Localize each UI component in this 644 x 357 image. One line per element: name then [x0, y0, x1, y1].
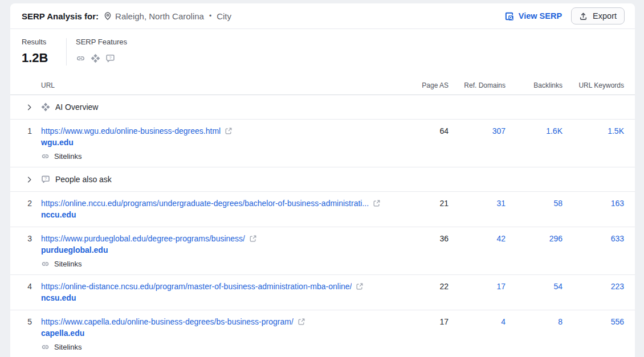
rank: 4	[10, 281, 41, 292]
ref-domains-link[interactable]: 4	[449, 316, 506, 327]
result-domain-link[interactable]: capella.edu	[41, 327, 84, 339]
url-cell: https://www.purdueglobal.edu/degree-prog…	[41, 233, 397, 268]
location-pin-icon	[103, 11, 112, 20]
serp-feature-row-people-also-ask[interactable]: People also ask	[10, 167, 635, 192]
url-keywords-link[interactable]: 1.5K	[563, 125, 624, 137]
results-value: 1.2B	[22, 51, 57, 65]
column-header-ref-domains: Ref. Domains	[449, 81, 506, 89]
column-header-url: URL	[10, 81, 397, 89]
backlinks-link[interactable]: 54	[506, 281, 563, 292]
external-link-icon[interactable]	[356, 282, 364, 290]
result-domain-link[interactable]: purdueglobal.edu	[41, 244, 108, 256]
backlinks-link[interactable]: 1.6K	[506, 125, 563, 137]
result-url-link[interactable]: https://www.purdueglobal.edu/degree-prog…	[41, 233, 245, 244]
page-as-value: 21	[397, 198, 449, 209]
feature-label: AI Overview	[55, 102, 98, 112]
result-url-link[interactable]: https://online.nccu.edu/programs/undergr…	[41, 198, 369, 209]
rank: 2	[10, 198, 41, 209]
ai-overview-icon	[41, 102, 50, 112]
people-also-ask-icon	[41, 175, 50, 184]
view-serp-link[interactable]: View SERP	[504, 11, 562, 21]
url-cell: https://online.nccu.edu/programs/undergr…	[41, 198, 397, 220]
table-header: URL Page AS Ref. Domains Backlinks URL K…	[10, 75, 635, 95]
link-icon	[41, 260, 50, 268]
link-icon	[41, 343, 50, 351]
export-icon	[579, 12, 588, 20]
sitelinks-badge: Sitelinks	[41, 260, 397, 268]
results-label: Results	[22, 38, 57, 47]
serp-features-label: SERP Features	[76, 38, 127, 47]
table-row: 5 https://www.capella.edu/online-busines…	[10, 310, 635, 357]
chevron-right-icon[interactable]	[25, 103, 34, 112]
location-label: Raleigh, North Carolina	[115, 11, 204, 21]
external-link-icon[interactable]	[297, 318, 305, 326]
vertical-divider	[66, 38, 67, 65]
link-icon	[41, 152, 50, 161]
ref-domains-link[interactable]: 307	[449, 125, 506, 137]
sitelinks-badge: Sitelinks	[41, 343, 397, 351]
expand-cell	[10, 103, 41, 112]
backlinks-link[interactable]: 58	[506, 198, 563, 209]
backlinks-link[interactable]: 296	[506, 233, 563, 244]
scope-label: City	[217, 11, 231, 21]
expand-cell	[10, 175, 41, 184]
column-header-url-keywords: URL Keywords	[563, 81, 624, 89]
result-url-link[interactable]: https://online-distance.ncsu.edu/program…	[41, 281, 352, 292]
url-cell: https://www.wgu.edu/online-business-degr…	[41, 125, 397, 161]
feature-label: People also ask	[55, 175, 112, 184]
results-block: Results 1.2B	[22, 38, 57, 65]
external-link-icon[interactable]	[225, 127, 233, 135]
sitelinks-label: Sitelinks	[54, 260, 81, 268]
view-serp-label: View SERP	[519, 11, 562, 20]
page-as-value: 36	[397, 233, 449, 244]
sitelinks-label: Sitelinks	[54, 343, 81, 351]
header-actions: View SERP Export	[504, 7, 625, 24]
table-row: 2 https://online.nccu.edu/programs/under…	[10, 192, 635, 227]
backlinks-link[interactable]: 8	[506, 316, 563, 327]
rank: 5	[10, 316, 41, 327]
url-keywords-link[interactable]: 633	[563, 233, 624, 244]
rank: 3	[10, 233, 41, 244]
rank: 1	[10, 125, 41, 137]
table-row: 3 https://www.purdueglobal.edu/degree-pr…	[10, 227, 635, 275]
result-url-link[interactable]: https://www.capella.edu/online-business-…	[41, 316, 294, 327]
page-title: SERP Analysis for:	[22, 11, 99, 21]
page-as-value: 22	[397, 281, 449, 292]
url-cell: https://online-distance.ncsu.edu/program…	[41, 281, 397, 303]
serp-analysis-card: SERP Analysis for: Raleigh, North Caroli…	[10, 3, 635, 357]
page-as-value: 17	[397, 316, 449, 327]
bullet-separator: •	[209, 12, 211, 20]
ai-overview-icon[interactable]	[91, 54, 100, 63]
serp-feature-row-ai-overview[interactable]: AI Overview	[10, 95, 635, 120]
serp-features-block: SERP Features	[76, 38, 127, 65]
result-domain-link[interactable]: ncsu.edu	[41, 292, 76, 303]
external-link-icon[interactable]	[249, 235, 257, 243]
export-label: Export	[593, 11, 617, 20]
column-header-backlinks: Backlinks	[506, 81, 563, 89]
ref-domains-link[interactable]: 31	[449, 198, 506, 209]
serp-features-icons	[76, 54, 127, 63]
result-url-link[interactable]: https://www.wgu.edu/online-business-degr…	[41, 125, 221, 137]
url-keywords-link[interactable]: 223	[563, 281, 624, 292]
sitelinks-badge: Sitelinks	[41, 152, 397, 161]
table-row: 4 https://online-distance.ncsu.edu/progr…	[10, 275, 635, 310]
people-also-ask-icon[interactable]	[105, 54, 115, 63]
view-serp-icon	[504, 11, 514, 21]
card-header: SERP Analysis for: Raleigh, North Caroli…	[10, 3, 635, 29]
chevron-right-icon[interactable]	[25, 175, 34, 184]
title-group: SERP Analysis for: Raleigh, North Caroli…	[22, 11, 231, 21]
url-keywords-link[interactable]: 163	[563, 198, 624, 209]
url-keywords-link[interactable]: 556	[563, 316, 624, 327]
ref-domains-link[interactable]: 17	[449, 281, 506, 292]
export-button[interactable]: Export	[571, 7, 625, 24]
url-cell: https://www.capella.edu/online-business-…	[41, 316, 397, 351]
column-header-page-as: Page AS	[397, 81, 449, 89]
ref-domains-link[interactable]: 42	[449, 233, 506, 244]
page-as-value: 64	[397, 125, 449, 137]
sitelinks-icon[interactable]	[76, 54, 85, 63]
summary-section: Results 1.2B SERP Features	[10, 29, 635, 75]
result-domain-link[interactable]: nccu.edu	[41, 209, 76, 220]
table-row: 1 https://www.wgu.edu/online-business-de…	[10, 120, 635, 167]
result-domain-link[interactable]: wgu.edu	[41, 137, 74, 148]
external-link-icon[interactable]	[373, 199, 381, 207]
